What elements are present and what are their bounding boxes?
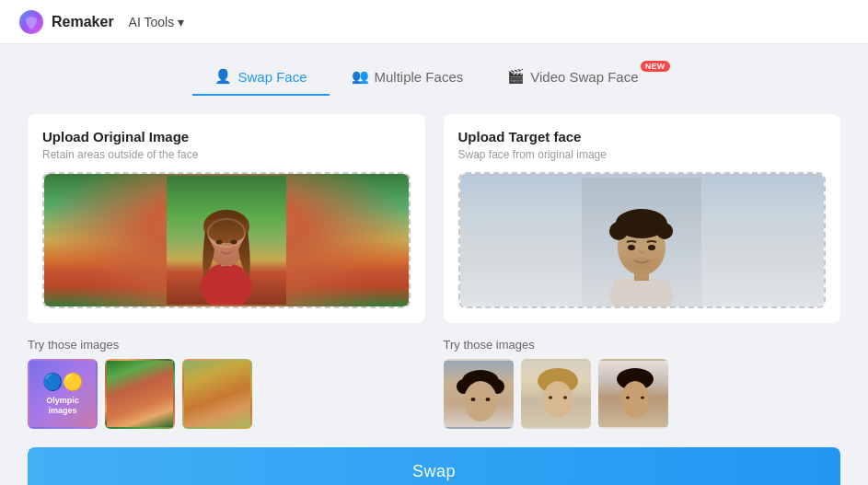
- ai-tools-button[interactable]: AI Tools ▾: [122, 11, 192, 33]
- original-image-preview: [44, 174, 409, 306]
- svg-point-41: [641, 397, 644, 399]
- thumb-woman-asian-face: [600, 361, 668, 429]
- svg-point-30: [470, 398, 475, 401]
- thumb-man-curly[interactable]: [444, 359, 514, 429]
- svg-point-34: [543, 381, 573, 418]
- bottom-row: Try those images 🔵🟡 Olympicimages Try th…: [28, 338, 840, 429]
- svg-point-21: [656, 223, 673, 239]
- logo-container: Remaker: [18, 9, 114, 35]
- olympic-rings-icon: 🔵🟡: [42, 372, 83, 392]
- thumb-olympic[interactable]: 🔵🟡 Olympicimages: [28, 359, 98, 429]
- upload-target-subtitle: Swap face from original image: [458, 148, 827, 161]
- upload-original-subtitle: Retain areas outside of the face: [42, 148, 411, 161]
- logo-icon: [18, 9, 44, 35]
- upload-row: Upload Original Image Retain areas outsi…: [28, 114, 840, 323]
- thumb-woman-asian[interactable]: [598, 359, 668, 429]
- svg-point-24: [625, 258, 658, 269]
- svg-point-39: [621, 381, 649, 418]
- target-image-preview: [460, 174, 825, 306]
- tab-swap-face-label: Swap Face: [237, 69, 307, 85]
- try-images-right-row: [444, 359, 841, 429]
- chevron-down-icon: ▾: [178, 15, 184, 29]
- multiple-faces-icon: 👥: [352, 68, 369, 85]
- tab-multiple-faces-label: Multiple Faces: [375, 69, 464, 85]
- new-badge: NEW: [641, 61, 670, 72]
- man-image: [582, 178, 701, 306]
- tab-video-swap-face[interactable]: 🎬 Video Swap Face NEW: [485, 59, 675, 96]
- svg-point-35: [549, 396, 552, 399]
- olympic-label: Olympicimages: [46, 396, 79, 416]
- svg-point-22: [628, 245, 635, 250]
- thumb-woman-outdoor[interactable]: [105, 359, 175, 429]
- thumb-woman-face: [523, 361, 591, 429]
- header: Remaker AI Tools ▾: [0, 0, 868, 44]
- try-images-left-row: 🔵🟡 Olympicimages: [28, 359, 425, 429]
- svg-rect-12: [614, 279, 669, 306]
- swap-face-icon: 👤: [214, 68, 232, 85]
- thumb-woman-beach[interactable]: [182, 359, 252, 429]
- tabs-container: 👤 Swap Face 👥 Multiple Faces 🎬 Video Swa…: [0, 44, 868, 96]
- thumb-man-face: [446, 361, 514, 429]
- swap-button[interactable]: Swap: [28, 447, 840, 485]
- svg-point-31: [485, 398, 490, 401]
- try-images-right: Try those images: [444, 338, 841, 429]
- upload-target-title: Upload Target face: [458, 129, 827, 144]
- upload-target-box[interactable]: [458, 172, 827, 308]
- main-content: Upload Original Image Retain areas outsi…: [0, 96, 868, 485]
- upload-original-title: Upload Original Image: [42, 129, 411, 144]
- thumb-woman-blonde[interactable]: [521, 359, 591, 429]
- tab-swap-face[interactable]: 👤 Swap Face: [192, 59, 329, 96]
- svg-point-40: [626, 397, 630, 399]
- svg-point-36: [563, 396, 567, 399]
- video-icon: 🎬: [507, 68, 525, 85]
- tab-video-swap-face-label: Video Swap Face: [530, 69, 638, 85]
- woman-image: [167, 176, 286, 305]
- try-images-right-label: Try those images: [444, 338, 841, 352]
- svg-point-23: [648, 245, 655, 250]
- logo-text: Remaker: [52, 14, 114, 30]
- upload-target-section: Upload Target face Swap face from origin…: [444, 114, 841, 323]
- upload-original-box[interactable]: [42, 172, 411, 308]
- ai-tools-label: AI Tools: [129, 15, 175, 29]
- try-images-left: Try those images 🔵🟡 Olympicimages: [28, 338, 425, 429]
- upload-original-section: Upload Original Image Retain areas outsi…: [28, 114, 425, 323]
- swap-button-container: Swap: [28, 447, 840, 485]
- try-images-left-label: Try those images: [28, 338, 425, 352]
- svg-point-29: [464, 381, 497, 421]
- tab-multiple-faces[interactable]: 👥 Multiple Faces: [330, 59, 486, 96]
